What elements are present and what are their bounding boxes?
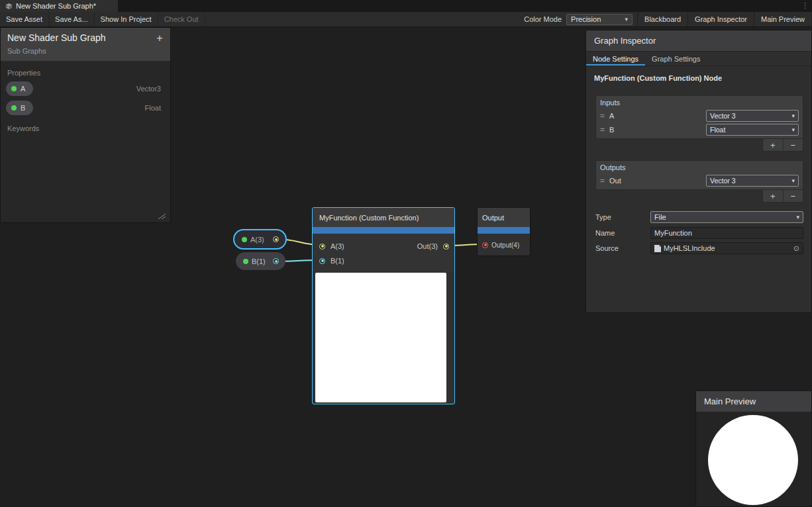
tab-node-settings[interactable]: Node Settings bbox=[586, 52, 645, 66]
input-row-a: = A Vector 3 ▾ bbox=[600, 109, 799, 122]
add-property-button[interactable]: + bbox=[156, 32, 163, 44]
unity-logo-icon bbox=[5, 3, 13, 10]
input-a-type-dropdown[interactable]: Vector 3 ▾ bbox=[706, 110, 799, 122]
inputs-list-footer: + − bbox=[762, 139, 803, 152]
output-node-title: Output bbox=[482, 214, 504, 222]
exposed-property-dot-icon bbox=[242, 237, 247, 242]
main-preview-toggle-button[interactable]: Main Preview bbox=[754, 12, 812, 26]
main-preview-body bbox=[696, 412, 811, 506]
node-preview-surface bbox=[315, 273, 446, 402]
blackboard-subtitle: Sub Graphs bbox=[7, 47, 164, 55]
property-a-output-port[interactable] bbox=[273, 236, 279, 242]
inputs-list-title: Inputs bbox=[600, 99, 799, 107]
type-dropdown[interactable]: File ▾ bbox=[650, 211, 803, 223]
add-input-button[interactable]: + bbox=[763, 139, 783, 151]
blackboard-header[interactable]: New Shader Sub Graph Sub Graphs + bbox=[1, 28, 170, 62]
input-port-row-b: B(1) bbox=[313, 254, 454, 268]
type-dropdown-value: File bbox=[654, 213, 666, 221]
graph-inspector-panel: Graph Inspector Node Settings Graph Sett… bbox=[585, 30, 812, 313]
document-tab[interactable]: New Shader Sub Graph* bbox=[0, 0, 118, 12]
remove-input-button[interactable]: − bbox=[783, 139, 803, 151]
output-row-out: = Out Vector 3 ▾ bbox=[600, 173, 799, 187]
input-port-b[interactable] bbox=[319, 258, 325, 264]
custom-function-node-title: MyFunction (Custom Function) bbox=[319, 214, 419, 222]
chevron-down-icon: ▾ bbox=[791, 113, 795, 119]
blackboard-property-row: B Float bbox=[1, 98, 170, 117]
save-as-button[interactable]: Save As... bbox=[49, 12, 95, 26]
type-label: Type bbox=[595, 213, 650, 221]
blackboard-property-a-pill[interactable]: A bbox=[6, 81, 33, 96]
output-node-input-port[interactable] bbox=[482, 242, 488, 248]
output-port-out[interactable] bbox=[443, 244, 449, 250]
name-input[interactable]: MyFunction bbox=[650, 227, 803, 239]
output-port-row-out: Out(3) bbox=[417, 239, 449, 254]
chevron-down-icon: ▾ bbox=[791, 126, 795, 133]
shader-preview-sphere bbox=[708, 415, 798, 505]
input-port-a[interactable] bbox=[319, 244, 325, 250]
color-mode-dropdown[interactable]: Precision ▾ bbox=[566, 14, 633, 25]
tab-graph-settings[interactable]: Graph Settings bbox=[645, 52, 707, 66]
exposed-property-dot-icon bbox=[11, 105, 17, 111]
outputs-list: Outputs = Out Vector 3 ▾ bbox=[595, 160, 803, 190]
shader-graph-toolbar: Save Asset Save As... Show In Project Ch… bbox=[0, 12, 812, 27]
properties-section-label: Properties bbox=[1, 62, 170, 79]
main-preview-header[interactable]: Main Preview bbox=[696, 391, 811, 412]
exposed-property-dot-icon bbox=[11, 86, 17, 91]
window-tab-bar: New Shader Sub Graph* ⋮ bbox=[0, 0, 812, 12]
main-preview-title: Main Preview bbox=[704, 396, 756, 406]
input-b-type-dropdown[interactable]: Float ▾ bbox=[706, 124, 799, 136]
output-node-port-row: Output(4) bbox=[478, 234, 530, 256]
graph-inspector-header[interactable]: Graph Inspector bbox=[586, 30, 811, 52]
menu-dots-icon[interactable]: ⋮ bbox=[801, 1, 809, 10]
keywords-section-label: Keywords bbox=[1, 117, 170, 134]
hlsl-file-icon bbox=[654, 245, 661, 252]
outputs-list-title: Outputs bbox=[600, 163, 799, 171]
input-a-type-value: Vector 3 bbox=[710, 112, 736, 120]
outputs-list-footer: + − bbox=[762, 190, 803, 203]
custom-function-node-header[interactable]: MyFunction (Custom Function) bbox=[313, 208, 454, 227]
object-picker-icon[interactable]: ⊙ bbox=[793, 244, 799, 253]
remove-output-button[interactable]: − bbox=[783, 190, 803, 202]
show-in-project-button[interactable]: Show In Project bbox=[95, 12, 158, 26]
source-object-value: MyHLSLInclude bbox=[664, 244, 715, 252]
property-node-a[interactable]: A(3) bbox=[233, 229, 287, 250]
blackboard-property-row: A Vector3 bbox=[1, 79, 170, 98]
inputs-list: Inputs = A Vector 3 ▾ = B Float ▾ bbox=[595, 95, 803, 139]
source-field-row: Source MyHLSLInclude ⊙ bbox=[595, 242, 803, 254]
drag-handle-icon[interactable]: = bbox=[600, 111, 605, 120]
blackboard-toggle-button[interactable]: Blackboard bbox=[637, 12, 687, 26]
chevron-down-icon: ▾ bbox=[625, 16, 629, 23]
name-input-value: MyFunction bbox=[654, 229, 692, 237]
graph-inspector-title: Graph Inspector bbox=[594, 36, 656, 46]
node-accent-bar bbox=[478, 227, 530, 234]
output-node-header[interactable]: Output bbox=[478, 208, 530, 227]
output-port-out-label: Out(3) bbox=[417, 242, 438, 250]
resize-handle-icon[interactable] bbox=[157, 213, 166, 220]
add-output-button[interactable]: + bbox=[763, 190, 783, 202]
input-port-b-label: B(1) bbox=[330, 257, 344, 265]
exposed-property-dot-icon bbox=[243, 259, 248, 264]
input-a-name: A bbox=[609, 112, 614, 120]
output-out-name: Out bbox=[609, 177, 621, 185]
blackboard-property-b-pill[interactable]: B bbox=[6, 101, 33, 115]
selected-node-heading: MyFunction (Custom Function) Node bbox=[586, 66, 811, 82]
source-object-field[interactable]: MyHLSLInclude ⊙ bbox=[650, 242, 803, 254]
drag-handle-icon[interactable]: = bbox=[600, 176, 605, 185]
graph-inspector-toggle-button[interactable]: Graph Inspector bbox=[687, 12, 754, 26]
property-b-output-port[interactable] bbox=[273, 258, 279, 264]
node-accent-bar bbox=[313, 227, 454, 234]
drag-handle-icon[interactable]: = bbox=[600, 125, 605, 134]
input-b-name: B bbox=[609, 126, 614, 134]
blackboard-property-b-name: B bbox=[21, 104, 25, 112]
document-tab-label: New Shader Sub Graph* bbox=[16, 2, 96, 10]
save-asset-button[interactable]: Save Asset bbox=[0, 12, 49, 26]
output-node[interactable]: Output Output(4) bbox=[477, 207, 531, 256]
check-out-button[interactable]: Check Out bbox=[158, 12, 205, 26]
output-out-type-dropdown[interactable]: Vector 3 ▾ bbox=[706, 175, 799, 187]
input-row-b: = B Float ▾ bbox=[600, 122, 799, 136]
property-node-b[interactable]: B(1) bbox=[236, 252, 285, 270]
color-mode-label: Color Mode bbox=[519, 12, 566, 26]
chevron-down-icon: ▾ bbox=[791, 177, 795, 184]
custom-function-node[interactable]: MyFunction (Custom Function) A(3) B(1) O… bbox=[312, 207, 455, 404]
inspector-tabs: Node Settings Graph Settings bbox=[586, 52, 811, 66]
